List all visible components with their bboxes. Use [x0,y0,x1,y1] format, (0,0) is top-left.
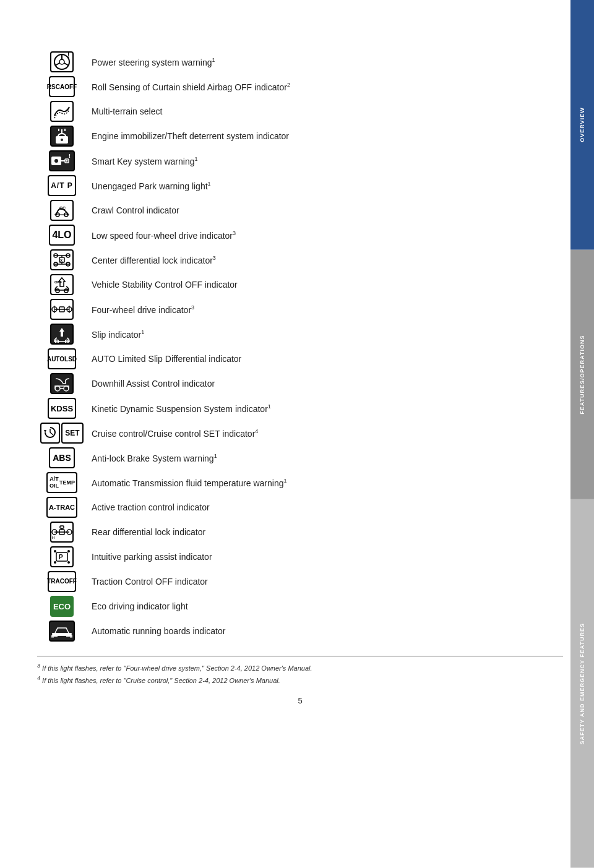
indicator-text: Multi-terrain select [87,106,563,116]
crawl-control-icon: CC [50,200,74,221]
svg-point-31 [56,289,59,293]
icon-cell: A/T P [37,175,87,196]
icon-cell: KDSS [37,398,87,419]
icon-cell [37,299,87,320]
svg-line-3 [55,63,59,66]
indicator-text: Intuitive parking assist indicator [87,552,563,562]
icon-cell: X [37,249,87,270]
auto-lsd-icon: AUTOLSD [48,348,76,369]
icon-cell: RSCAOFF [37,76,87,97]
indicator-row: RSCAOFF Roll Sensing of Curtain shield A… [37,74,563,99]
indicator-row: Automatic running boards indicator [37,619,563,643]
indicator-text: Automatic Transmission fluid temperature… [87,478,563,488]
indicator-list: ! Power steering system warning1 RSCAOFF… [37,49,563,643]
svg-rect-10 [58,129,59,131]
indicator-text: Traction Control OFF indicator [87,577,563,587]
svg-point-57 [67,561,70,564]
power-steering-icon: ! [50,51,74,72]
indicator-row: X Center differential lock indicator3 [37,247,563,272]
icon-cell: 4LO [37,225,87,246]
indicator-row: TRACOFF Traction Control OFF indicator [37,569,563,594]
at-p-icon: A/T P [48,175,76,196]
svg-point-13 [54,159,58,163]
icon-cell: ! [37,51,87,72]
smart-key-icon: ! [49,150,75,171]
svg-text:I-I: I-I [52,536,55,539]
svg-point-42 [55,386,60,391]
indicator-row: Slip indicator1 [37,322,563,346]
cruise-set-icon: SET [61,423,84,444]
icon-cell [37,126,87,147]
indicator-text: Center differential lock indicator3 [87,255,563,265]
indicator-row: SET Cruise control/Cruise control SET in… [37,421,563,445]
footnote-3: 3 If this light flashes, refer to "Four-… [37,661,563,674]
indicator-text: Automatic running boards indicator [87,626,563,636]
indicator-row: ! Smart Key system warning1 [37,148,563,173]
vsc-off-icon: OFF [50,274,74,295]
indicator-text: Active traction control indicator [87,502,563,512]
cruise-symbol-icon [40,423,60,444]
a-trac-icon: A-TRAC [46,497,77,518]
icon-cell: ! [37,150,87,171]
indicator-row: ! Power steering system warning1 [37,49,563,74]
indicator-text: Smart Key system warning1 [87,156,563,166]
indicator-row: I-I Rear differential lock indicator [37,520,563,544]
indicator-text: Power steering system warning1 [87,57,563,67]
icon-cell [37,324,87,345]
indicator-text: Slip indicator1 [87,329,563,340]
indicator-row: OFF Vehicle Stability Control OFF indica… [37,272,563,297]
svg-line-46 [50,432,53,435]
indicator-text: Roll Sensing of Curtain shield Airbag OF… [87,82,563,92]
eco-icon: ECO [50,596,74,617]
multi-terrain-icon [50,101,74,122]
indicator-row: 4LO Low speed four-wheel drive indicator… [37,223,563,247]
svg-text:OFF: OFF [54,280,62,284]
indicator-text: Vehicle Stability Control OFF indicator [87,280,563,290]
engine-immobilizer-icon [50,126,74,147]
indicator-row: A/T P Unengaged Park warning light1 [37,173,563,198]
center-diff-icon: X [50,249,74,270]
indicator-text: Anti-lock Brake System warning1 [87,453,563,463]
icon-cell: AUTOLSD [37,348,87,369]
svg-text:P: P [59,554,63,561]
indicator-row: CC Crawl Control indicator [37,198,563,223]
icon-cell: TRACOFF [37,571,87,592]
svg-point-32 [64,289,68,293]
icon-cell: OFF [37,274,87,295]
icon-cell: P [37,546,87,567]
indicator-row: P Intuitive parking assist indicator [37,544,563,569]
indicator-row: Four-wheel drive indicator3 [37,297,563,322]
sidebar-features: FEATURES/OPERATIONS [570,250,594,500]
4wd-icon [50,299,74,320]
page-number: 5 [37,696,563,705]
indicator-row: Multi-terrain select [37,99,563,124]
indicator-row: KDSS Kinetic Dynamic Suspension System i… [37,396,563,421]
indicator-text: Unengaged Park warning light1 [87,181,563,191]
icon-cell: CC [37,200,87,221]
slip-icon [50,324,74,345]
indicator-text: Crawl Control indicator [87,205,563,215]
svg-rect-9 [61,129,62,134]
rear-diff-icon: I-I [50,522,74,543]
indicator-text: Low speed four-wheel drive indicator3 [87,230,563,241]
trac-off-icon: TRACOFF [48,571,76,592]
svg-text:!: ! [69,153,71,159]
footnote-4: 4 If this light flashes, refer to "Cruis… [37,674,563,686]
main-content: ! Power steering system warning1 RSCAOFF… [37,0,563,742]
parking-assist-icon: P [50,546,74,567]
kdss-icon: KDSS [48,398,76,419]
svg-point-59 [67,550,70,552]
svg-text:CC: CC [59,206,66,210]
icon-cell: A/T OILTEMP [37,472,87,493]
indicator-text: Cruise control/Cruise control SET indica… [87,428,563,439]
icon-cell: ABS [37,447,87,468]
abs-icon: ABS [49,447,75,468]
cruise-icon: SET [40,423,84,444]
indicator-text: Kinetic Dynamic Suspension System indica… [87,403,563,414]
svg-line-4 [64,63,69,66]
indicator-row: A-TRAC Active traction control indicator [37,495,563,520]
svg-point-58 [54,550,56,552]
indicator-text: Four-wheel drive indicator3 [87,304,563,315]
svg-rect-11 [64,129,66,131]
icon-cell: A-TRAC [37,497,87,518]
